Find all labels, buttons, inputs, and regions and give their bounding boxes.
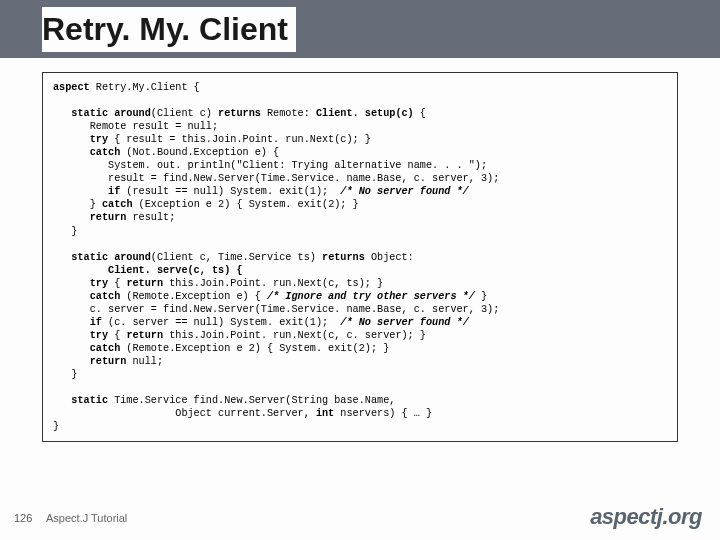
footer-label: Aspect.J Tutorial <box>46 512 127 524</box>
page-number: 126 <box>14 512 32 524</box>
code-block: aspect Retry.My.Client { static around(C… <box>42 72 678 442</box>
slide-title: Retry. My. Client <box>42 7 296 52</box>
title-bar: Retry. My. Client <box>0 0 720 58</box>
logo: aspectj.org <box>590 504 702 530</box>
footer: 126 Aspect.J Tutorial aspectj.org <box>0 504 720 534</box>
